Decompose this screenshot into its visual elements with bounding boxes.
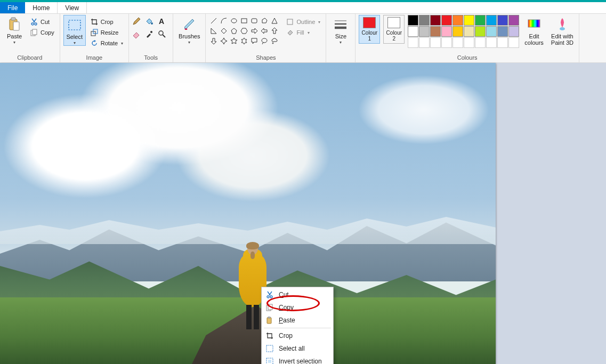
palette-custom[interactable]	[408, 37, 519, 48]
shape-callout-rect-icon[interactable]	[249, 36, 259, 46]
colour-swatch[interactable]	[464, 37, 474, 48]
colour-swatch[interactable]	[419, 15, 430, 26]
canvas[interactable]	[0, 63, 496, 364]
crop-button[interactable]: Crop	[88, 17, 125, 27]
resize-button[interactable]: Resize	[88, 28, 125, 37]
colour-swatch[interactable]	[453, 26, 463, 37]
tab-file[interactable]: File	[0, 2, 25, 13]
colour-swatch[interactable]	[408, 15, 418, 26]
copy-icon	[265, 303, 274, 312]
shape-arrowU-icon[interactable]	[270, 26, 279, 36]
shape-fill-button[interactable]: Fill ▾	[284, 28, 322, 37]
context-cut-label: Cut	[279, 291, 289, 298]
colour-swatch[interactable]	[475, 26, 486, 37]
colour-swatch[interactable]	[497, 26, 508, 37]
colour-swatch[interactable]	[475, 15, 486, 26]
shape-star5-icon[interactable]	[229, 36, 239, 46]
colour-swatch[interactable]	[475, 37, 486, 48]
shape-roundrect-icon[interactable]	[249, 16, 259, 26]
colour-swatch[interactable]	[441, 26, 452, 37]
paint3d-button[interactable]: Edit withPaint 3D	[549, 15, 576, 46]
cut-button[interactable]: Cut	[28, 17, 56, 27]
shape-rect-icon[interactable]	[239, 16, 249, 26]
paste-button[interactable]: Paste ▾	[3, 15, 26, 45]
colour-swatch[interactable]	[430, 26, 441, 37]
magnifier-icon[interactable]	[158, 30, 169, 42]
colour-swatch[interactable]	[408, 37, 418, 48]
colour-swatch[interactable]	[508, 15, 519, 26]
tab-home[interactable]: Home	[25, 2, 58, 13]
context-select-all[interactable]: Select all	[262, 342, 333, 355]
colour-swatch[interactable]	[453, 15, 463, 26]
colour-swatch[interactable]	[419, 26, 430, 37]
context-invert-selection[interactable]: Invert selection	[262, 355, 333, 364]
colour-swatch[interactable]	[464, 26, 474, 37]
shape-callout-oval-icon[interactable]	[260, 36, 269, 46]
colour-swatch[interactable]	[441, 37, 452, 48]
shape-star4-icon[interactable]	[219, 36, 229, 46]
colour2-label: Colour2	[386, 30, 402, 42]
tab-view[interactable]: View	[58, 2, 87, 13]
shape-oval-icon[interactable]	[229, 16, 239, 26]
context-crop[interactable]: Crop	[262, 329, 333, 342]
colour-swatch[interactable]	[408, 26, 418, 37]
shape-polygon-icon[interactable]	[260, 16, 269, 26]
svg-rect-48	[268, 360, 271, 363]
shape-triangle-icon[interactable]	[270, 16, 279, 26]
shape-pentagon-icon[interactable]	[229, 26, 239, 36]
text-icon[interactable]: A	[158, 17, 169, 29]
colour-swatch[interactable]	[508, 26, 519, 37]
resize-icon	[90, 28, 99, 37]
context-cut[interactable]: Cut	[262, 288, 333, 301]
shape-diamond-icon[interactable]	[219, 26, 229, 36]
chevron-down-icon: ▾	[308, 30, 310, 35]
colour-swatch[interactable]	[430, 37, 441, 48]
colour-swatch[interactable]	[508, 37, 519, 48]
shape-arrowD-icon[interactable]	[209, 36, 219, 46]
scissors-icon	[30, 18, 38, 26]
colour-swatch[interactable]	[486, 26, 497, 37]
shape-star6-icon[interactable]	[239, 36, 249, 46]
pencil-icon[interactable]	[132, 17, 144, 29]
colour-swatch[interactable]	[430, 15, 441, 26]
colour-swatch[interactable]	[486, 37, 497, 48]
svg-point-10	[151, 22, 153, 25]
eraser-icon[interactable]	[132, 30, 144, 42]
edit-colours-button[interactable]: Editcolours	[522, 15, 545, 46]
bucket-icon[interactable]	[145, 17, 157, 29]
colour-swatch[interactable]	[453, 37, 463, 48]
rotate-button[interactable]: Rotate ▾	[88, 38, 125, 48]
shape-hexagon-icon[interactable]	[239, 26, 249, 36]
colour-swatch[interactable]	[441, 15, 452, 26]
palette-row2[interactable]	[408, 26, 519, 37]
shape-line-icon[interactable]	[209, 16, 219, 26]
group-shapes-label: Shapes	[209, 53, 322, 62]
colour2-button[interactable]: Colour2	[383, 15, 405, 44]
context-copy[interactable]: Copy	[262, 301, 333, 314]
brushes-button[interactable]: Brushes ▾	[176, 15, 202, 45]
colour-swatch[interactable]	[486, 15, 497, 26]
outline-icon	[286, 18, 294, 26]
select-button[interactable]: Select ▾	[63, 15, 86, 46]
svg-rect-7	[69, 20, 80, 30]
colour-swatch[interactable]	[497, 15, 508, 26]
shape-rtriangle-icon[interactable]	[209, 26, 219, 36]
shape-callout-cloud-icon[interactable]	[270, 36, 279, 46]
copy-button[interactable]: Copy	[28, 28, 56, 37]
svg-point-40	[267, 296, 269, 298]
colour1-button[interactable]: Colour1	[359, 15, 380, 44]
shapes-gallery[interactable]	[209, 15, 279, 46]
shape-arrowL-icon[interactable]	[260, 26, 269, 36]
shape-curve-icon[interactable]	[219, 16, 229, 26]
group-image: Select ▾ Crop Resize	[60, 14, 129, 62]
picker-icon[interactable]	[145, 30, 157, 42]
size-button[interactable]: Size ▾	[329, 15, 352, 45]
shape-outline-button[interactable]: Outline ▾	[284, 17, 322, 27]
palette-row1[interactable]	[408, 15, 519, 26]
svg-marker-20	[272, 18, 277, 23]
colour-swatch[interactable]	[419, 37, 430, 48]
shape-arrowR-icon[interactable]	[249, 26, 259, 36]
context-paste[interactable]: Paste	[262, 314, 333, 327]
colour-swatch[interactable]	[497, 37, 508, 48]
colour-swatch[interactable]	[464, 15, 474, 26]
